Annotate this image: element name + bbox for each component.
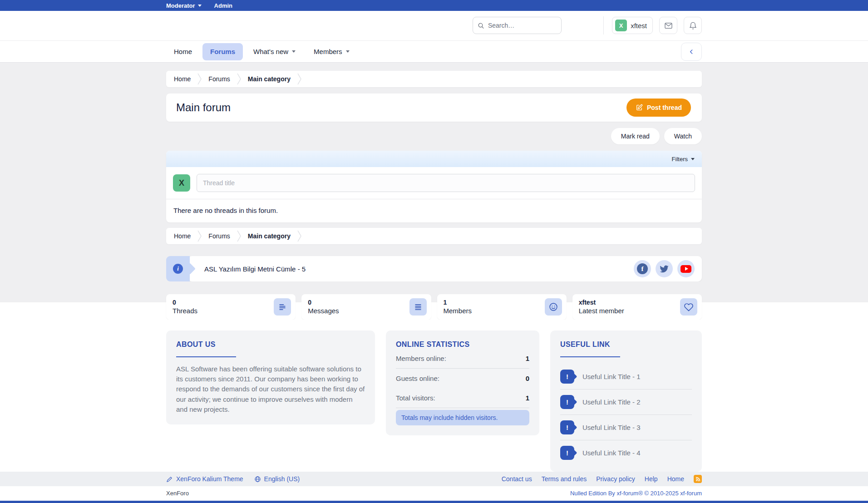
theme-chooser[interactable]: XenForo Kalium Theme xyxy=(166,475,243,483)
language-label: English (US) xyxy=(264,475,300,483)
list-item: ! Useful Link Title - 4 xyxy=(560,440,692,462)
total-visitors-label: Total visitors: xyxy=(396,394,435,402)
facebook-link[interactable]: f xyxy=(634,260,651,277)
moderator-menu-label: Moderator xyxy=(166,2,195,9)
messages-button[interactable] xyxy=(659,17,677,34)
admin-link-label: Admin xyxy=(214,2,232,9)
theme-label: XenForo Kalium Theme xyxy=(176,475,243,483)
members-online-label: Members online: xyxy=(396,355,446,362)
social-links: f xyxy=(634,260,695,277)
thread-title-input[interactable] xyxy=(197,174,695,192)
breadcrumb-forums[interactable]: Forums xyxy=(202,232,237,240)
globe-icon xyxy=(254,476,261,483)
youtube-link[interactable] xyxy=(677,260,695,277)
breadcrumb-home[interactable]: Home xyxy=(167,75,197,83)
latest-member-name: xftest xyxy=(579,299,624,307)
breadcrumb-separator-icon xyxy=(197,71,202,87)
useful-link-4[interactable]: Useful Link Title - 4 xyxy=(582,449,641,457)
filters-bar: Filters xyxy=(166,151,702,167)
help-link[interactable]: Help xyxy=(645,475,658,483)
user-menu-button[interactable]: X xftest xyxy=(612,17,653,34)
exclamation-bubble-icon: ! xyxy=(560,395,574,409)
heading-underline xyxy=(560,356,620,357)
breadcrumb-separator-icon xyxy=(237,71,241,87)
messages-label: Messages xyxy=(308,307,339,316)
terms-and-rules-link[interactable]: Terms and rules xyxy=(542,475,587,483)
moderator-menu[interactable]: Moderator xyxy=(166,2,202,9)
breadcrumb-separator-icon xyxy=(297,71,301,87)
breadcrumb: Home Forums Main category xyxy=(166,71,702,87)
rss-button[interactable] xyxy=(694,475,702,483)
stat-row-total-visitors: Total visitors: 1 xyxy=(396,388,529,408)
header: X xftest xyxy=(0,11,868,40)
facebook-icon: f xyxy=(637,263,648,274)
post-thread-label: Post thread xyxy=(647,104,682,111)
alerts-button[interactable] xyxy=(684,17,702,34)
breadcrumb-separator-icon xyxy=(297,228,301,244)
forum-header-card: Main forum Post thread xyxy=(166,94,702,122)
breadcrumb-main-category[interactable]: Main category xyxy=(241,75,297,83)
members-label: Members xyxy=(444,307,472,316)
footer-bar: XenForo Kalium Theme English (US) Contac… xyxy=(0,472,868,486)
pen-icon xyxy=(166,476,173,483)
breadcrumb-main-category[interactable]: Main category xyxy=(241,232,297,240)
notice-text: ASL Yazılım Bilgi Metni Cümle - 5 xyxy=(204,265,306,273)
threads-lines-icon xyxy=(274,298,291,316)
nav-home-label: Home xyxy=(174,48,192,55)
nav-item-home[interactable]: Home xyxy=(166,43,200,60)
footer-widgets: ABOUT US ASL Software has been offering … xyxy=(0,320,868,472)
youtube-icon xyxy=(681,265,691,273)
breadcrumb-forums[interactable]: Forums xyxy=(202,75,237,83)
post-thread-button[interactable]: Post thread xyxy=(626,99,691,117)
online-statistics-heading: ONLINE STATISTICS xyxy=(396,340,529,349)
sidebar-collapse-button[interactable] xyxy=(681,43,702,61)
twitter-link[interactable] xyxy=(656,260,673,277)
stat-card-messages: 0 Messages xyxy=(301,294,431,320)
copyright-text[interactable]: Nulled Edition By xf-forum® © 2010-2025 … xyxy=(570,490,702,497)
useful-link-1[interactable]: Useful Link Title - 1 xyxy=(582,373,641,380)
info-icon: i xyxy=(173,264,183,274)
threads-count: 0 xyxy=(173,299,197,307)
content-area: Home Forums Main category Main forum Pos… xyxy=(0,63,868,281)
filters-button[interactable]: Filters xyxy=(672,156,688,163)
useful-link-card: USEFUL LINK ! Useful Link Title - 1 ! Us… xyxy=(550,330,702,472)
contact-us-link[interactable]: Contact us xyxy=(502,475,532,483)
xenforo-brand[interactable]: XenForo xyxy=(166,490,189,497)
stat-row-members-online: Members online: 1 xyxy=(396,349,529,369)
mark-read-button[interactable]: Mark read xyxy=(611,128,660,144)
search-icon xyxy=(478,22,484,30)
breadcrumb-separator-icon xyxy=(197,228,202,244)
search-input[interactable] xyxy=(488,22,557,29)
breadcrumb-home[interactable]: Home xyxy=(167,232,197,240)
chevron-down-icon xyxy=(198,5,202,7)
stat-card-members: 1 Members xyxy=(437,294,567,320)
nav-item-members[interactable]: Members xyxy=(306,43,357,60)
members-count: 1 xyxy=(444,299,472,307)
guests-online-label: Guests online: xyxy=(396,375,439,382)
guests-online-value: 0 xyxy=(526,375,529,382)
breadcrumb-separator-icon xyxy=(237,228,241,244)
breadcrumb-bottom: Home Forums Main category xyxy=(166,228,702,244)
nav-item-whats-new[interactable]: What's new xyxy=(246,43,303,60)
language-chooser[interactable]: English (US) xyxy=(254,475,300,483)
quick-thread-composer: X xyxy=(166,167,702,199)
heading-underline xyxy=(176,356,236,357)
members-online-value: 1 xyxy=(526,355,529,362)
watch-button[interactable]: Watch xyxy=(664,128,702,144)
total-visitors-value: 1 xyxy=(526,394,529,402)
rss-icon xyxy=(695,477,700,482)
nav-whats-new-label: What's new xyxy=(253,48,288,55)
admin-link[interactable]: Admin xyxy=(214,2,232,9)
about-us-text: ASL Software has been offering suitable … xyxy=(176,364,365,414)
useful-link-3[interactable]: Useful Link Title - 3 xyxy=(582,424,641,431)
home-link[interactable]: Home xyxy=(667,475,684,483)
main-nav: Home Forums What's new Members xyxy=(0,40,868,63)
forum-stats-zone: 0 Threads 0 Messages 1 Membe xyxy=(0,281,868,320)
useful-link-2[interactable]: Useful Link Title - 2 xyxy=(582,398,641,406)
notice-body: ASL Yazılım Bilgi Metni Cümle - 5 f xyxy=(188,256,702,281)
privacy-policy-link[interactable]: Privacy policy xyxy=(596,475,635,483)
edit-icon xyxy=(636,104,643,111)
exclamation-bubble-icon: ! xyxy=(560,420,574,434)
search-box[interactable] xyxy=(473,17,562,34)
nav-item-forums[interactable]: Forums xyxy=(202,43,243,60)
